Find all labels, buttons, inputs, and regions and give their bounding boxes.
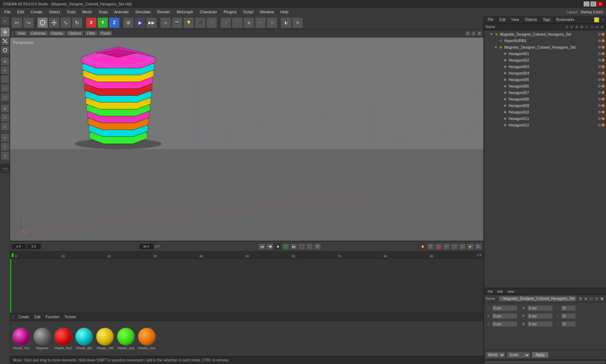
anim-btn-2[interactable]: ?: [427, 243, 434, 250]
tool-select-obj[interactable]: ◈: [1, 66, 9, 75]
obj-bookmarks-menu[interactable]: Bookmarks: [554, 17, 576, 22]
object-color-swatch[interactable]: [594, 17, 599, 22]
menu-item-edit[interactable]: Edit: [14, 9, 27, 15]
nurbs-icon[interactable]: ◍: [243, 17, 254, 28]
coord-icon-3[interactable]: ⋯: [589, 296, 594, 301]
coord-icon-5[interactable]: ▣: [600, 296, 605, 301]
viewport[interactable]: Perspective Y X: [10, 37, 483, 241]
vp-fullscreen-icon[interactable]: ⤢: [471, 31, 476, 36]
menu-item-window[interactable]: Window: [257, 9, 277, 15]
menu-item-select[interactable]: Select: [46, 9, 63, 15]
x-rot-field[interactable]: [561, 305, 576, 311]
tool-select-poly[interactable]: □: [1, 93, 9, 102]
tool-select-point[interactable]: ·: [1, 75, 9, 84]
anim-btn-4[interactable]: +: [443, 243, 450, 250]
tool-magnet[interactable]: ⊕: [1, 133, 9, 142]
redo-button[interactable]: ↪: [23, 17, 34, 28]
play-reverse-button[interactable]: ◀: [266, 243, 273, 250]
anim-btn-6[interactable]: ◎: [459, 243, 466, 250]
tree-item-root[interactable]: ▼ ⊞ Magnetic_Designer_Colored_Hexagons_S…: [484, 31, 606, 37]
vp-cameras-menu[interactable]: Cameras: [28, 31, 48, 36]
close-button[interactable]: ✕: [597, 1, 603, 6]
tool-brush[interactable]: ⌑: [1, 151, 9, 160]
coord-mode-select[interactable]: Scale Absolute Relative: [507, 352, 530, 358]
tool-scale[interactable]: [1, 37, 9, 45]
anim-btn-7[interactable]: ◈: [467, 243, 474, 250]
tree-item-hex011[interactable]: ▶ ▣ Hexagon011: [484, 115, 606, 122]
material-item-plastic-blue[interactable]: Plastic_Blu: [74, 328, 94, 350]
tool-rotate[interactable]: [1, 46, 9, 54]
tree-item-hex006[interactable]: ▶ ▣ Hexagon006: [484, 83, 606, 89]
current-frame-field[interactable]: [12, 244, 26, 249]
render-region-icon[interactable]: ⊞: [123, 17, 134, 28]
h-size-field[interactable]: [527, 305, 553, 311]
current-frame-display[interactable]: [27, 244, 41, 249]
anim-btn-3[interactable]: ⬤: [435, 243, 442, 250]
menu-item-render[interactable]: Render: [154, 9, 173, 15]
right-panel-scrollbar[interactable]: [484, 360, 606, 364]
menu-item-mograph[interactable]: MoGraph: [174, 9, 196, 15]
tree-arrow-root[interactable]: ▼: [490, 32, 493, 36]
display-mode-icon[interactable]: ◧: [281, 17, 291, 28]
record-button[interactable]: ●: [298, 243, 305, 250]
mat-texture-menu[interactable]: Texture: [62, 315, 79, 319]
mat-function-menu[interactable]: Function: [43, 315, 61, 319]
menu-item-script[interactable]: Script: [240, 9, 256, 15]
obj-tags-menu[interactable]: Tags: [541, 17, 553, 22]
tool-live-select[interactable]: ◎: [1, 104, 9, 113]
move-icon[interactable]: [49, 17, 60, 28]
tool-rect-select[interactable]: ▭: [1, 113, 9, 122]
menu-item-mesh[interactable]: Mesh: [79, 9, 95, 15]
spline-icon[interactable]: ⌒: [232, 17, 243, 28]
particle-icon[interactable]: *: [255, 17, 266, 28]
x-axis-button[interactable]: X: [86, 17, 97, 28]
menu-item-animate[interactable]: Animate: [111, 9, 132, 15]
coord-icon-4[interactable]: ↻: [594, 296, 599, 301]
tree-item-hex010[interactable]: ▶ ▣ Hexagon010: [484, 109, 606, 115]
z-rot-field[interactable]: [561, 321, 576, 327]
y-rot-field[interactable]: [561, 313, 576, 319]
coord-space-select[interactable]: World Object Local: [486, 352, 505, 358]
p-size-field[interactable]: [527, 313, 553, 319]
menu-item-create[interactable]: Create: [28, 9, 45, 15]
goto-start-button[interactable]: ⏮: [258, 243, 265, 250]
vp-filter-menu[interactable]: Filter: [84, 31, 97, 36]
obj-edit-menu[interactable]: Edit: [497, 17, 508, 22]
stop-button[interactable]: ■: [274, 243, 281, 250]
b-size-field[interactable]: [527, 321, 553, 327]
tool-poly-select[interactable]: ⬡: [1, 122, 9, 131]
auto-key-button[interactable]: A: [306, 243, 313, 250]
vp-maximize-icon[interactable]: +: [465, 31, 470, 36]
obj-objects-menu[interactable]: Objects: [523, 17, 539, 22]
tree-arrow-mag-sub[interactable]: ▼: [494, 45, 498, 49]
tool-select-model[interactable]: M: [1, 57, 9, 66]
render-view-icon[interactable]: ▶: [135, 17, 145, 28]
material-item-magnets[interactable]: Magnets: [32, 328, 52, 350]
x-pos-field[interactable]: [492, 305, 517, 311]
loop-button[interactable]: ↺: [314, 243, 321, 250]
tree-item-hex002[interactable]: ▶ ▣ Hexagon002: [484, 57, 606, 63]
sky-icon[interactable]: ○: [206, 17, 217, 28]
light-icon[interactable]: 💡: [183, 17, 194, 28]
material-item-plastic-yellow[interactable]: Plastic_Yell: [95, 328, 115, 350]
live-select-icon[interactable]: [37, 17, 48, 28]
tree-item-hex005[interactable]: ▶ ▣ Hexagon005: [484, 76, 606, 83]
env-icon[interactable]: ⬡: [267, 17, 277, 28]
render-settings-icon[interactable]: ⚙: [292, 17, 303, 28]
menu-item-file[interactable]: File: [1, 9, 14, 15]
anim-btn-1[interactable]: ⏺: [419, 243, 426, 250]
menu-item-character[interactable]: Character: [197, 9, 220, 15]
y-pos-field[interactable]: [492, 313, 517, 319]
coord-edit-menu[interactable]: Edit: [495, 289, 505, 294]
end-frame-display[interactable]: [139, 244, 154, 249]
tree-item-hex004[interactable]: ▶ ▣ Hexagon004: [484, 70, 606, 76]
vp-settings-icon[interactable]: ⚙: [477, 31, 482, 36]
coord-view-menu[interactable]: View: [505, 289, 516, 294]
menu-item-simulate[interactable]: Simulate: [132, 9, 154, 15]
vp-options-menu[interactable]: Options: [66, 31, 84, 36]
tree-item-hex003[interactable]: ▶ ▣ Hexagon003: [484, 63, 606, 70]
menu-item-help[interactable]: Help: [277, 9, 291, 15]
scale-icon[interactable]: ⤡: [60, 17, 71, 28]
maximize-button[interactable]: □: [590, 1, 596, 6]
tool-undo[interactable]: ↩: [1, 17, 9, 25]
